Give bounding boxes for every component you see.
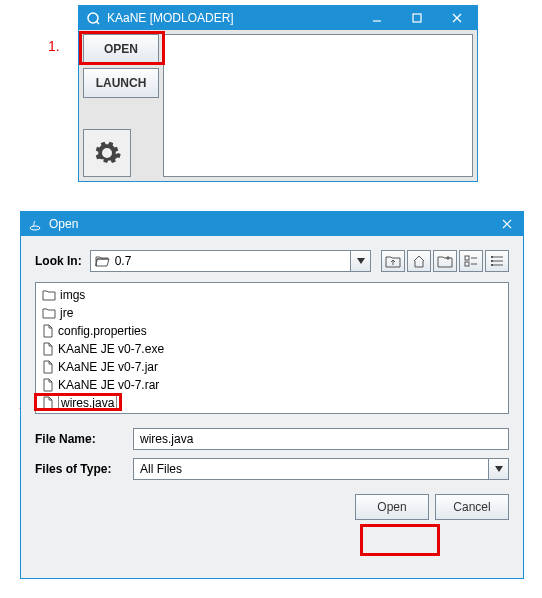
file-item[interactable]: KAaNE JE v0-7.jar: [42, 359, 502, 375]
dialog-title: Open: [49, 217, 78, 231]
file-icon: [42, 360, 54, 374]
annotation-1: 1.: [48, 38, 60, 54]
file-name: config.properties: [58, 324, 147, 338]
file-item[interactable]: wires.java: [42, 395, 502, 411]
svg-point-6: [30, 226, 40, 230]
filetype-label: Files of Type:: [35, 462, 125, 476]
file-item[interactable]: KAaNE JE v0-7.exe: [42, 341, 502, 357]
folder-open-icon: [95, 255, 111, 267]
file-icon: [42, 324, 54, 338]
open-dialog: Open Look In: 0.7: [20, 211, 524, 579]
content-panel: [163, 34, 473, 177]
launch-button[interactable]: LAUNCH: [83, 68, 159, 98]
filename-label: File Name:: [35, 432, 125, 446]
svg-rect-9: [465, 256, 469, 260]
svg-rect-16: [491, 256, 493, 258]
file-icon: [42, 378, 54, 392]
close-button[interactable]: [491, 212, 523, 236]
close-button[interactable]: [437, 6, 477, 30]
svg-rect-17: [491, 260, 493, 262]
svg-rect-10: [465, 262, 469, 266]
file-name: KAaNE JE v0-7.jar: [58, 360, 158, 374]
lookin-combo[interactable]: 0.7: [90, 250, 371, 272]
file-name: KAaNE JE v0-7.rar: [58, 378, 159, 392]
gear-icon: [92, 138, 122, 168]
up-folder-button[interactable]: [381, 250, 405, 272]
file-icon: [42, 396, 54, 410]
file-name: imgs: [60, 288, 85, 302]
home-button[interactable]: [407, 250, 431, 272]
filename-input[interactable]: [133, 428, 509, 450]
file-name: wires.java: [58, 395, 117, 411]
file-name: KAaNE JE v0-7.exe: [58, 342, 164, 356]
lookin-value: 0.7: [115, 254, 350, 268]
file-item[interactable]: KAaNE JE v0-7.rar: [42, 377, 502, 393]
folder-icon: [42, 289, 56, 301]
filetype-combo[interactable]: All Files: [133, 458, 509, 480]
app-icon: [85, 10, 101, 26]
svg-line-1: [96, 21, 99, 24]
titlebar: KAaNE [MODLOADER]: [79, 6, 477, 30]
lookin-label: Look In:: [35, 254, 82, 268]
titlebar: Open: [21, 212, 523, 236]
chevron-down-icon[interactable]: [488, 459, 508, 479]
folder-icon: [42, 307, 56, 319]
filetype-value: All Files: [138, 462, 488, 476]
settings-button[interactable]: [83, 129, 131, 177]
new-folder-button[interactable]: [433, 250, 457, 272]
file-list[interactable]: imgsjreconfig.propertiesKAaNE JE v0-7.ex…: [35, 282, 509, 414]
file-item[interactable]: config.properties: [42, 323, 502, 339]
maximize-button[interactable]: [397, 6, 437, 30]
minimize-button[interactable]: [357, 6, 397, 30]
folder-item[interactable]: imgs: [42, 287, 502, 303]
cancel-button[interactable]: Cancel: [435, 494, 509, 520]
chevron-down-icon[interactable]: [350, 251, 370, 271]
details-view-button[interactable]: [485, 250, 509, 272]
folder-item[interactable]: jre: [42, 305, 502, 321]
file-icon: [42, 342, 54, 356]
open-button[interactable]: OPEN: [83, 34, 159, 64]
window-title: KAaNE [MODLOADER]: [107, 11, 234, 25]
java-icon: [27, 216, 43, 232]
svg-rect-3: [413, 14, 421, 22]
list-view-button[interactable]: [459, 250, 483, 272]
svg-rect-18: [491, 264, 493, 266]
open-file-button[interactable]: Open: [355, 494, 429, 520]
file-name: jre: [60, 306, 73, 320]
modloader-window: KAaNE [MODLOADER] OPEN LAUNCH: [78, 5, 478, 182]
